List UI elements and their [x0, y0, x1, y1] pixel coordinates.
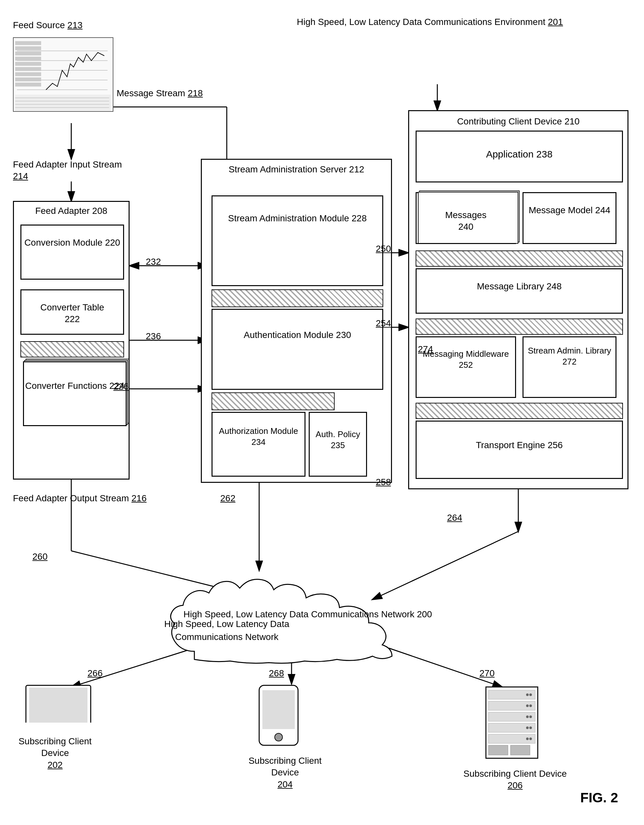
ref-258: 258	[376, 476, 391, 488]
svg-point-49	[275, 733, 283, 741]
converter-table-label: Converter Table222	[22, 302, 123, 325]
stream-admin-server-label: Stream Administration Server 212	[202, 164, 391, 175]
subscribing-client-202-label: Subscribing Client Device 202	[10, 735, 100, 771]
ref-260: 260	[32, 551, 48, 562]
subscribing-client-204	[249, 684, 308, 749]
message-model-label: Message Model 244	[524, 204, 616, 216]
svg-rect-27	[15, 41, 41, 45]
ref-232: 232	[146, 256, 161, 268]
conversion-module-box: Conversion Module 220	[20, 224, 124, 280]
feed-source-chart	[13, 37, 113, 112]
stream-admin-library-label: Stream Admin. Library 272	[524, 345, 616, 368]
fig-label: FIG. 2	[580, 790, 618, 806]
svg-rect-44	[29, 688, 88, 723]
subscribing-client-204-label: Subscribing Client Device 204	[240, 755, 330, 790]
ref-236: 236	[146, 331, 161, 342]
converter-functions-box: Converter Functions 224	[23, 361, 127, 426]
svg-rect-35	[15, 83, 41, 87]
subscribing-client-202	[19, 684, 97, 735]
hatch-258	[415, 403, 623, 419]
svg-rect-30	[15, 57, 41, 60]
stream-admin-server-box: Stream Administration Server 212 Stream …	[201, 159, 392, 483]
authorization-module-label: Authorization Module 234	[213, 426, 304, 448]
feed-source-label: Feed Source 213	[13, 19, 83, 31]
laptop-svg	[19, 684, 97, 723]
message-stream-label: Message Stream 218	[117, 88, 203, 99]
svg-rect-57	[511, 745, 530, 755]
svg-point-59	[529, 694, 532, 696]
ref-264: 264	[447, 512, 462, 524]
feed-adapter-output-label: Feed Adapter Output Stream 216	[13, 493, 147, 504]
messages-box: Messages240	[415, 192, 516, 244]
application-label: Application 238	[417, 148, 622, 161]
subscribing-client-206-label: Subscribing Client Device 206	[463, 768, 567, 792]
server-svg	[479, 684, 544, 765]
network-cloud: High Speed, Low Latency Data Communicati…	[162, 570, 454, 667]
svg-point-61	[529, 704, 532, 707]
pda-svg	[249, 684, 308, 749]
hatch-between-modules	[212, 289, 383, 307]
svg-rect-34	[15, 77, 41, 81]
feed-adapter-box: Feed Adapter 208 Conversion Module 220 C…	[13, 201, 130, 480]
svg-rect-56	[488, 745, 508, 755]
hatch-auth	[212, 392, 335, 410]
svg-point-67	[529, 737, 532, 740]
svg-point-65	[529, 726, 532, 729]
ref-250: 250	[376, 243, 391, 255]
feed-source-chart-svg	[14, 38, 113, 112]
svg-point-63	[529, 715, 532, 718]
svg-rect-36	[15, 94, 111, 111]
svg-rect-48	[263, 690, 295, 729]
message-library-label: Message Library 248	[417, 281, 622, 292]
svg-rect-29	[15, 51, 41, 56]
authentication-module-box: Authentication Module 230	[212, 309, 383, 390]
high-speed-env-label: High Speed, Low Latency Data Communicati…	[297, 16, 563, 28]
feed-adapter-input-label: Feed Adapter Input Stream 214	[13, 159, 122, 182]
converter-table-box: Converter Table222	[20, 289, 124, 335]
diagram: Feed Source 213	[0, 0, 644, 825]
svg-rect-32	[15, 67, 41, 71]
ref-226: 226	[113, 381, 128, 392]
conversion-module-label: Conversion Module 220	[22, 237, 123, 249]
svg-point-64	[526, 726, 529, 729]
authorization-module-box: Authorization Module 234	[212, 412, 306, 477]
message-model-box: Message Model 244	[522, 192, 616, 244]
auth-policy-box: Auth. Policy235	[309, 412, 367, 477]
feed-adapter-label: Feed Adapter 208	[14, 205, 128, 217]
contributing-client-label: Contributing Client Device 210	[409, 116, 627, 127]
ref-268: 268	[269, 667, 284, 679]
stream-admin-library-box: Stream Admin. Library 272	[522, 336, 616, 398]
ref-274: 274	[418, 343, 433, 355]
hatch-converter	[20, 341, 124, 357]
auth-policy-label: Auth. Policy235	[310, 429, 366, 451]
contributing-client-box: Contributing Client Device 210 Applicati…	[408, 110, 629, 489]
application-box: Application 238	[415, 131, 623, 182]
svg-rect-33	[15, 72, 41, 76]
svg-point-58	[526, 694, 529, 696]
svg-point-66	[526, 737, 529, 740]
hatch-274	[415, 318, 623, 335]
hatch-250	[415, 250, 623, 267]
stream-admin-module-label: Stream Administration Module 228	[213, 213, 382, 224]
message-library-box: Message Library 248	[415, 268, 623, 314]
ref-254: 254	[376, 318, 391, 329]
svg-point-62	[526, 715, 529, 718]
converter-functions-label: Converter Functions 224	[24, 380, 126, 392]
subscribing-client-206	[479, 684, 544, 765]
transport-engine-box: Transport Engine 256	[415, 420, 623, 479]
stream-admin-module-box: Stream Administration Module 228	[212, 195, 383, 286]
svg-rect-31	[15, 62, 41, 66]
ref-266: 266	[88, 667, 103, 679]
messages-label: Messages240	[417, 209, 515, 233]
svg-text:High Speed, Low Latency Data: High Speed, Low Latency Data	[164, 619, 289, 629]
svg-text:Communications Network: Communications Network	[175, 632, 279, 642]
svg-point-60	[526, 704, 529, 707]
authentication-module-label: Authentication Module 230	[213, 329, 382, 341]
ref-270: 270	[479, 667, 495, 679]
svg-rect-28	[15, 46, 41, 50]
transport-engine-label: Transport Engine 256	[417, 439, 622, 451]
ref-262: 262	[220, 493, 236, 504]
